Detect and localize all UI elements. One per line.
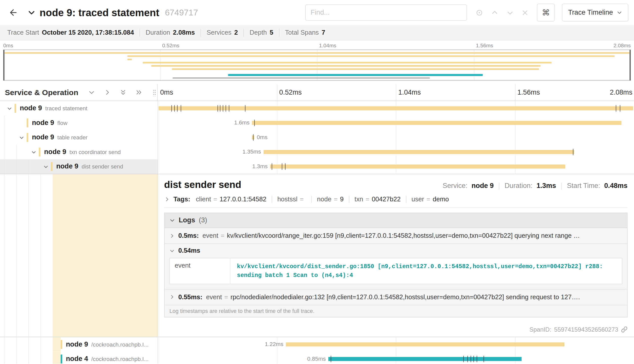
span-rows: node 9/cockroach.roachpb.I...1.22msnode … [0,337,634,364]
find-controls [475,8,529,17]
duration-label: 1.3ms [252,163,268,169]
log-time: 0.5ms: [178,232,199,239]
span-detail-header: dist sender send Service:node 9 Duration… [164,179,628,190]
span-timeline-cell[interactable]: 0ms [158,130,634,145]
log-marker [573,149,574,155]
indent-guide [16,174,28,337]
log-marker [172,105,172,112]
indent-guide [28,337,40,352]
expander-icon[interactable] [40,164,51,169]
log-entry[interactable]: 0.55ms: event=rpc/nodedialer/nodedialer.… [164,289,627,305]
span-name-cell[interactable]: node 9flow [0,116,158,130]
span-timeline-cell[interactable]: 1.22ms [158,337,634,352]
link-icon[interactable] [621,326,628,333]
log-marker [471,356,471,362]
minimap-span-bar [151,65,540,67]
span-bar[interactable] [286,342,564,347]
span-row: node 9table reader0ms [0,130,634,145]
find-input[interactable] [305,5,467,21]
column-divider[interactable] [158,101,158,364]
log-entry[interactable]: 0.5ms: event=kv/kvclient/kvcoord/range_i… [164,228,627,244]
back-button[interactable] [6,5,21,21]
minimap-canvas[interactable] [3,49,631,81]
double-chevron-right-icon[interactable] [135,89,142,96]
next-match-icon[interactable] [506,8,515,17]
log-marker [271,163,272,170]
span-name-cell[interactable]: node 9traced statement [0,101,158,116]
span-row: node 9flow1.6ms [0,116,634,130]
minimap-tick-label: 1.04ms [319,42,336,49]
span-name-cell[interactable]: node 9table reader [0,130,158,145]
trace-page: node 9: traced statement 6749717 ⌘ Trace… [0,0,634,364]
log-marker [616,105,616,112]
span-timeline-cell[interactable] [158,101,634,116]
collapse-header-icon[interactable] [28,9,36,17]
page-header: node 9: traced statement 6749717 ⌘ Trace… [0,0,634,25]
spanid-value: 5597415943526560273 [554,326,618,333]
minimap-left-handle[interactable] [3,50,5,80]
log-marker [282,163,283,170]
indent-guide [40,337,53,352]
prev-match-icon[interactable] [491,8,499,17]
minimap-ruler: 0ms 0.52ms 1.04ms 1.56ms 2.08ms [3,40,631,49]
indent-guide [16,352,28,364]
span-name-cell[interactable]: node 4/cockroach.roachpb.I... [0,352,158,364]
span-row: node 4/cockroach.roachpb.I...0.85ms [0,352,634,364]
double-chevron-down-icon[interactable] [119,89,126,96]
service-operation-title: Service & Operation [5,88,78,97]
span-name-cell[interactable]: node 9dist sender send [0,159,158,174]
minimap-span-bar [173,78,430,78]
log-field-key: event [170,258,230,284]
timeline-body: node 9traced statementnode 9flow1.6msnod… [0,101,634,364]
logs-header[interactable]: Logs (3) [164,213,627,228]
service-name: node 9 [44,148,66,156]
column-resizer-grip[interactable] [153,89,156,96]
minimap-tick-label: 0ms [3,42,13,49]
span-row: node 9txn coordinator send1.35ms [0,145,634,159]
span-bar[interactable] [328,357,521,361]
chevron-down-icon[interactable] [88,89,95,96]
span-timeline-cell[interactable]: 1.6ms [158,116,634,130]
view-dropdown-button[interactable]: Trace Timeline [562,4,628,21]
operation-name: traced statement [45,105,158,112]
view-dropdown-label: Trace Timeline [568,9,613,17]
page-title: node 9: traced statement [40,7,159,18]
log-marker [473,356,474,362]
chevron-right-icon[interactable] [104,89,111,96]
span-timeline-cell[interactable]: 0.85ms [158,352,634,364]
ruler-tick-label: 0ms [158,89,173,97]
expander-icon[interactable] [28,149,39,155]
chevron-right-icon [164,197,170,202]
span-timeline-cell[interactable]: 1.35ms [158,145,634,159]
service-name: node 9 [56,162,78,170]
span-name-cell[interactable]: node 9txn coordinator send [0,145,158,159]
expander-icon[interactable] [4,106,15,111]
operation-name: txn coordinator send [70,149,158,155]
span-bar[interactable] [263,150,574,154]
indent-guide [16,337,28,352]
operation-name: /cockroach.roachpb.I... [91,356,158,362]
expander-icon[interactable] [16,135,27,140]
chevron-down-icon [170,248,175,253]
span-name-cell[interactable]: node 9/cockroach.roachpb.I... [0,337,158,352]
span-bar[interactable] [252,121,622,125]
span-row: node 9traced statement [0,101,634,116]
spanid-label: SpanID: [529,326,551,333]
indent-guide [16,159,28,174]
span-detail-left-gutter [0,174,158,337]
log-entry-header[interactable]: 0.54ms [170,247,622,254]
duration-label: 0ms [257,134,267,140]
operation-name: flow [57,120,158,126]
keyboard-shortcuts-button[interactable]: ⌘ [537,4,555,21]
minimap-span-bar [172,68,539,70]
tags-accordion[interactable]: Tags: client=127.0.0.1:54582 hostssl= no… [164,196,628,208]
minimap-right-handle[interactable] [629,50,631,80]
selected-ancestor-guide [53,352,61,364]
tags-label: Tags: [174,196,190,203]
minimap-span-bar [128,59,132,60]
span-bar[interactable] [159,106,633,110]
clear-find-icon[interactable] [521,9,529,16]
locate-icon[interactable] [475,8,484,17]
span-timeline-cell[interactable]: 1.3ms [158,159,634,174]
span-bar[interactable] [270,164,565,168]
